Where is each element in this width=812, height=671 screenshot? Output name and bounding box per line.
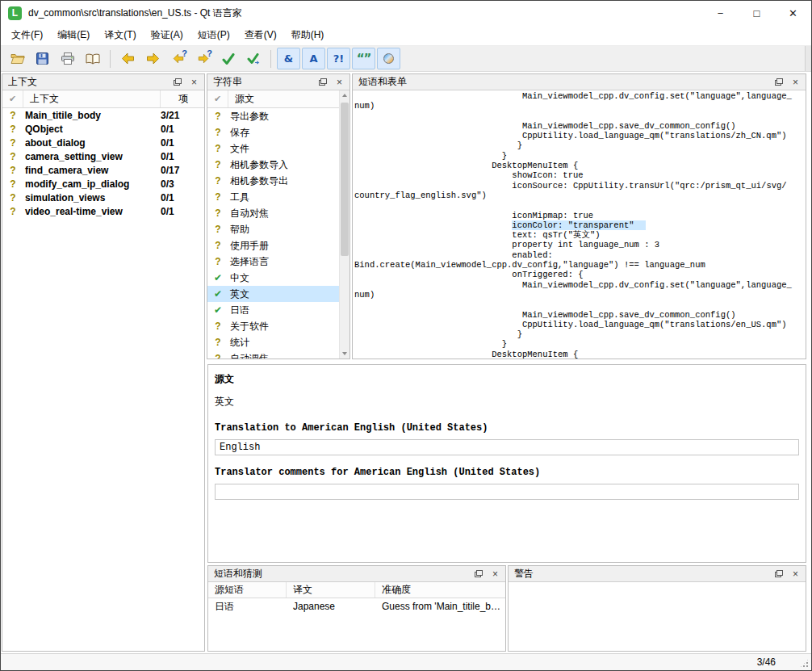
save-button[interactable] [31,48,54,69]
prev-unfinished-button[interactable]: ? [166,48,190,69]
next-arrow-icon [146,52,160,65]
string-row[interactable]: ?选择语言 [207,254,339,270]
context-row[interactable]: ?modify_cam_ip_dialog0/3 [2,177,204,191]
scrollbar-track[interactable] [340,101,349,348]
open-file-icon [10,52,25,65]
guesses-header-row[interactable]: 源短语译文准确度 [208,582,505,598]
menu-translation[interactable]: 译文(T) [97,25,143,45]
code-text: Main_viewmodel_cpp.dv_config.set("langua… [522,91,792,101]
menu-validation[interactable]: 验证(A) [144,25,190,45]
open-file-button[interactable] [6,48,29,69]
menu-edit[interactable]: 编辑(E) [50,25,97,45]
strings-table-header[interactable]: ✔ 源文 [207,90,339,108]
string-row[interactable]: ?文件 [207,140,339,157]
context-row[interactable]: ?simulation_views0/1 [2,191,204,204]
context-row[interactable]: ?Main_titile_body3/21 [2,108,204,122]
close-panel-button[interactable]: × [333,76,346,88]
string-row[interactable]: ?统计 [207,334,339,350]
string-row[interactable]: ?自动调焦 [207,350,339,359]
string-text: 自动对焦 [228,207,339,220]
contexts-panel-header: 上下文 × [2,74,204,90]
string-row[interactable]: ?关于软件 [207,318,339,334]
string-row[interactable]: ?导出参数 [207,108,339,124]
string-row[interactable]: ?保存 [207,124,339,140]
unfinished-status-icon: ? [2,124,23,135]
next-item-button[interactable] [141,48,165,69]
string-row[interactable]: ?相机参数导入 [207,157,339,173]
close-button[interactable]: ✕ [775,1,811,25]
context-count: 0/1 [161,192,204,203]
toggle-ending-punctuation-button[interactable]: ?! [327,48,350,69]
strings-scrollbar[interactable] [339,90,349,359]
unfinished-status-icon: ? [2,151,23,162]
menu-file[interactable]: 文件(F) [4,25,50,45]
code-line: } [354,339,806,349]
context-column-header: 上下文 [23,90,161,107]
translation-input[interactable] [215,439,799,455]
float-icon [775,78,783,86]
context-row[interactable]: ?QObject0/1 [2,122,204,136]
resize-grip[interactable] [799,658,810,669]
prev-item-button[interactable] [116,48,140,69]
string-row[interactable]: ?自动对焦 [207,205,339,221]
toolbar-extension-button[interactable] [805,46,811,71]
contexts-table-header[interactable]: ✔ 上下文 项 [2,90,204,108]
string-row[interactable]: ?相机参数导出 [207,173,339,189]
string-text: 自动调焦 [228,352,339,359]
scrollbar-thumb[interactable] [341,103,349,256]
string-row[interactable]: ?工具 [207,189,339,205]
toggle-phrase-matches-button[interactable]: “” [352,48,375,69]
accelerators-icon: & [284,52,293,65]
code-text: CppUtility.load_language_qm("translation… [522,320,787,329]
menu-view[interactable]: 查看(V) [237,25,284,45]
done-button[interactable] [216,48,240,69]
toggle-surrounding-whitespace-button[interactable]: A [302,48,325,69]
close-panel-button[interactable]: × [488,568,502,580]
toggle-place-markers-button[interactable] [377,48,400,69]
context-row[interactable]: ?about_dialog0/1 [2,136,204,149]
state-column-header: ✔ [207,90,228,107]
code-text: iconSource: CppUtility.transUrl("qrc:/pr… [512,181,786,191]
unfinished-status-icon: ? [2,165,23,176]
minimize-button[interactable]: − [702,1,739,25]
close-panel-button[interactable]: × [789,76,802,88]
code-line: showIcon: true [354,170,806,180]
string-row[interactable]: ✔英文 [207,286,339,302]
menu-phrases[interactable]: 短语(P) [190,25,237,45]
float-panel-button[interactable] [772,76,785,88]
string-row[interactable]: ?帮助 [207,221,339,237]
string-row[interactable]: ?使用手册 [207,237,339,254]
code-line: DesktopMenuItem { [354,350,806,359]
done-and-next-button[interactable] [241,48,265,69]
guess-row[interactable]: 日语JapaneseGuess from 'Main_titile_b… [208,598,505,614]
context-row[interactable]: ?video_real-time_view0/1 [2,204,204,218]
float-panel-button[interactable] [170,76,184,88]
next-unfinished-button[interactable]: ? [191,48,215,69]
open-phrasebook-button[interactable] [81,48,104,69]
string-text: 选择语言 [228,255,339,269]
float-panel-button[interactable] [316,76,329,88]
print-button[interactable] [56,48,79,69]
code-line: CppUtility.load_language_qm("translation… [354,320,806,329]
close-panel-button[interactable]: × [789,568,802,580]
close-panel-button[interactable]: × [187,76,201,88]
context-row[interactable]: ?find_camera_view0/17 [2,163,204,177]
code-line: Main_viewmodel_cpp.save_dv_common_config… [354,121,806,131]
state-column-header: ✔ [2,90,23,107]
string-row[interactable]: ✔中文 [207,270,339,286]
unfinished-status-icon: ? [2,178,23,190]
menu-help[interactable]: 帮助(H) [284,25,332,45]
float-panel-button[interactable] [471,568,485,580]
context-name: video_real-time_view [23,206,161,217]
code-line: } [354,151,806,161]
context-name: camera_setting_view [23,151,161,162]
maximize-button[interactable]: □ [739,1,775,25]
toggle-accelerators-button[interactable]: & [277,48,300,69]
string-row[interactable]: ✔日语 [207,302,339,318]
scroll-up-button[interactable] [340,90,349,101]
titlebar: L dv_common\src\translations\en_US.ts - … [1,1,811,25]
context-row[interactable]: ?camera_setting_view0/1 [2,149,204,163]
translator-comment-input[interactable] [215,484,799,500]
float-panel-button[interactable] [772,568,785,580]
scroll-down-button[interactable] [340,348,349,359]
